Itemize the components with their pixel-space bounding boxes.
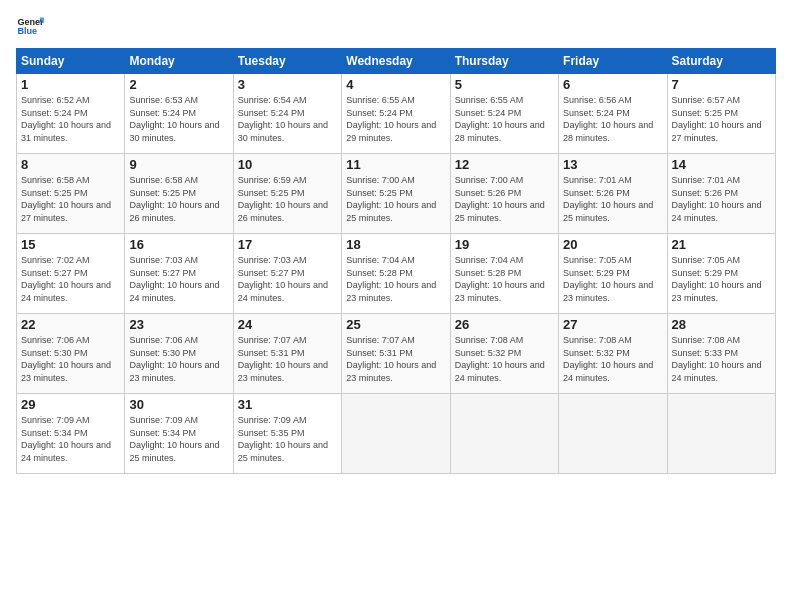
calendar-cell: 30Sunrise: 7:09 AMSunset: 5:34 PMDayligh…: [125, 394, 233, 474]
logo: General Blue: [16, 12, 48, 40]
calendar-cell: 24Sunrise: 7:07 AMSunset: 5:31 PMDayligh…: [233, 314, 341, 394]
day-info: Sunrise: 6:58 AMSunset: 5:25 PMDaylight:…: [129, 174, 228, 224]
day-info: Sunrise: 7:01 AMSunset: 5:26 PMDaylight:…: [672, 174, 771, 224]
day-info: Sunrise: 7:02 AMSunset: 5:27 PMDaylight:…: [21, 254, 120, 304]
day-info: Sunrise: 6:55 AMSunset: 5:24 PMDaylight:…: [346, 94, 445, 144]
column-header-sunday: Sunday: [17, 49, 125, 74]
day-info: Sunrise: 7:08 AMSunset: 5:32 PMDaylight:…: [563, 334, 662, 384]
day-number: 22: [21, 317, 120, 332]
column-header-tuesday: Tuesday: [233, 49, 341, 74]
calendar-cell: [342, 394, 450, 474]
day-number: 1: [21, 77, 120, 92]
calendar-cell: 16Sunrise: 7:03 AMSunset: 5:27 PMDayligh…: [125, 234, 233, 314]
calendar-week-3: 15Sunrise: 7:02 AMSunset: 5:27 PMDayligh…: [17, 234, 776, 314]
calendar-cell: 12Sunrise: 7:00 AMSunset: 5:26 PMDayligh…: [450, 154, 558, 234]
day-number: 8: [21, 157, 120, 172]
logo-icon: General Blue: [16, 12, 44, 40]
day-number: 15: [21, 237, 120, 252]
calendar-cell: 26Sunrise: 7:08 AMSunset: 5:32 PMDayligh…: [450, 314, 558, 394]
calendar-header: General Blue: [16, 12, 776, 40]
day-number: 24: [238, 317, 337, 332]
column-header-monday: Monday: [125, 49, 233, 74]
day-info: Sunrise: 6:55 AMSunset: 5:24 PMDaylight:…: [455, 94, 554, 144]
day-number: 5: [455, 77, 554, 92]
calendar-cell: 17Sunrise: 7:03 AMSunset: 5:27 PMDayligh…: [233, 234, 341, 314]
day-number: 13: [563, 157, 662, 172]
day-number: 26: [455, 317, 554, 332]
day-info: Sunrise: 7:09 AMSunset: 5:34 PMDaylight:…: [21, 414, 120, 464]
day-info: Sunrise: 7:07 AMSunset: 5:31 PMDaylight:…: [346, 334, 445, 384]
day-number: 18: [346, 237, 445, 252]
day-info: Sunrise: 7:04 AMSunset: 5:28 PMDaylight:…: [346, 254, 445, 304]
day-info: Sunrise: 7:01 AMSunset: 5:26 PMDaylight:…: [563, 174, 662, 224]
column-header-wednesday: Wednesday: [342, 49, 450, 74]
day-number: 31: [238, 397, 337, 412]
calendar-cell: 8Sunrise: 6:58 AMSunset: 5:25 PMDaylight…: [17, 154, 125, 234]
calendar-cell: 31Sunrise: 7:09 AMSunset: 5:35 PMDayligh…: [233, 394, 341, 474]
day-info: Sunrise: 7:00 AMSunset: 5:25 PMDaylight:…: [346, 174, 445, 224]
calendar-cell: 9Sunrise: 6:58 AMSunset: 5:25 PMDaylight…: [125, 154, 233, 234]
day-number: 28: [672, 317, 771, 332]
column-header-saturday: Saturday: [667, 49, 775, 74]
day-info: Sunrise: 6:56 AMSunset: 5:24 PMDaylight:…: [563, 94, 662, 144]
column-header-thursday: Thursday: [450, 49, 558, 74]
day-number: 7: [672, 77, 771, 92]
day-info: Sunrise: 7:09 AMSunset: 5:35 PMDaylight:…: [238, 414, 337, 464]
day-number: 12: [455, 157, 554, 172]
day-info: Sunrise: 7:08 AMSunset: 5:32 PMDaylight:…: [455, 334, 554, 384]
calendar-cell: 10Sunrise: 6:59 AMSunset: 5:25 PMDayligh…: [233, 154, 341, 234]
day-info: Sunrise: 7:06 AMSunset: 5:30 PMDaylight:…: [129, 334, 228, 384]
day-number: 27: [563, 317, 662, 332]
calendar-cell: 29Sunrise: 7:09 AMSunset: 5:34 PMDayligh…: [17, 394, 125, 474]
day-info: Sunrise: 6:52 AMSunset: 5:24 PMDaylight:…: [21, 94, 120, 144]
day-info: Sunrise: 7:08 AMSunset: 5:33 PMDaylight:…: [672, 334, 771, 384]
column-header-friday: Friday: [559, 49, 667, 74]
day-number: 25: [346, 317, 445, 332]
calendar-cell: 21Sunrise: 7:05 AMSunset: 5:29 PMDayligh…: [667, 234, 775, 314]
day-number: 9: [129, 157, 228, 172]
day-number: 29: [21, 397, 120, 412]
calendar-cell: 4Sunrise: 6:55 AMSunset: 5:24 PMDaylight…: [342, 74, 450, 154]
day-info: Sunrise: 6:53 AMSunset: 5:24 PMDaylight:…: [129, 94, 228, 144]
calendar-cell: 14Sunrise: 7:01 AMSunset: 5:26 PMDayligh…: [667, 154, 775, 234]
calendar-cell: 6Sunrise: 6:56 AMSunset: 5:24 PMDaylight…: [559, 74, 667, 154]
day-info: Sunrise: 7:07 AMSunset: 5:31 PMDaylight:…: [238, 334, 337, 384]
day-number: 14: [672, 157, 771, 172]
calendar-cell: 18Sunrise: 7:04 AMSunset: 5:28 PMDayligh…: [342, 234, 450, 314]
calendar-cell: 11Sunrise: 7:00 AMSunset: 5:25 PMDayligh…: [342, 154, 450, 234]
calendar-cell: 22Sunrise: 7:06 AMSunset: 5:30 PMDayligh…: [17, 314, 125, 394]
calendar-cell: 28Sunrise: 7:08 AMSunset: 5:33 PMDayligh…: [667, 314, 775, 394]
calendar-cell: 27Sunrise: 7:08 AMSunset: 5:32 PMDayligh…: [559, 314, 667, 394]
day-number: 6: [563, 77, 662, 92]
svg-text:Blue: Blue: [17, 26, 37, 36]
day-number: 21: [672, 237, 771, 252]
calendar-cell: [667, 394, 775, 474]
calendar-cell: [559, 394, 667, 474]
day-info: Sunrise: 7:06 AMSunset: 5:30 PMDaylight:…: [21, 334, 120, 384]
calendar-cell: 1Sunrise: 6:52 AMSunset: 5:24 PMDaylight…: [17, 74, 125, 154]
day-number: 20: [563, 237, 662, 252]
calendar-week-4: 22Sunrise: 7:06 AMSunset: 5:30 PMDayligh…: [17, 314, 776, 394]
day-number: 17: [238, 237, 337, 252]
calendar-week-1: 1Sunrise: 6:52 AMSunset: 5:24 PMDaylight…: [17, 74, 776, 154]
calendar-cell: 23Sunrise: 7:06 AMSunset: 5:30 PMDayligh…: [125, 314, 233, 394]
day-number: 4: [346, 77, 445, 92]
calendar-cell: 2Sunrise: 6:53 AMSunset: 5:24 PMDaylight…: [125, 74, 233, 154]
calendar-week-2: 8Sunrise: 6:58 AMSunset: 5:25 PMDaylight…: [17, 154, 776, 234]
day-info: Sunrise: 6:54 AMSunset: 5:24 PMDaylight:…: [238, 94, 337, 144]
day-info: Sunrise: 7:03 AMSunset: 5:27 PMDaylight:…: [129, 254, 228, 304]
calendar-header-row: SundayMondayTuesdayWednesdayThursdayFrid…: [17, 49, 776, 74]
calendar-cell: 25Sunrise: 7:07 AMSunset: 5:31 PMDayligh…: [342, 314, 450, 394]
day-info: Sunrise: 6:58 AMSunset: 5:25 PMDaylight:…: [21, 174, 120, 224]
day-number: 16: [129, 237, 228, 252]
calendar-cell: 13Sunrise: 7:01 AMSunset: 5:26 PMDayligh…: [559, 154, 667, 234]
calendar-cell: 20Sunrise: 7:05 AMSunset: 5:29 PMDayligh…: [559, 234, 667, 314]
calendar-cell: 19Sunrise: 7:04 AMSunset: 5:28 PMDayligh…: [450, 234, 558, 314]
day-number: 11: [346, 157, 445, 172]
day-info: Sunrise: 7:00 AMSunset: 5:26 PMDaylight:…: [455, 174, 554, 224]
calendar-week-5: 29Sunrise: 7:09 AMSunset: 5:34 PMDayligh…: [17, 394, 776, 474]
day-info: Sunrise: 7:03 AMSunset: 5:27 PMDaylight:…: [238, 254, 337, 304]
day-number: 19: [455, 237, 554, 252]
day-info: Sunrise: 7:09 AMSunset: 5:34 PMDaylight:…: [129, 414, 228, 464]
day-info: Sunrise: 7:05 AMSunset: 5:29 PMDaylight:…: [563, 254, 662, 304]
